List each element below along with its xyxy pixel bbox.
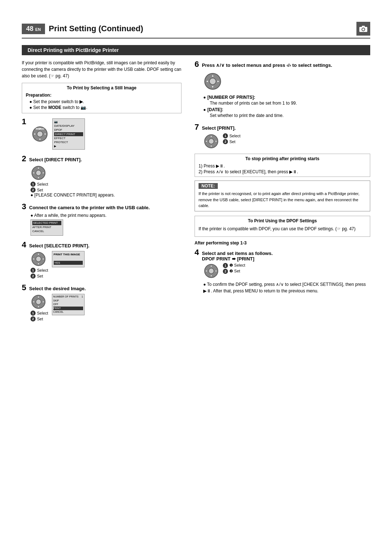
note-box: NOTE: If the printer is not recognised, … xyxy=(195,181,370,211)
page-title: Print Setting (Continued) xyxy=(49,24,143,33)
step-6-label: Press ∧/∨ to select menus and press ‹/› … xyxy=(202,62,332,68)
step-5-select-set: 1 Select 2 Set xyxy=(30,294,48,321)
prep-item-2: ● Set the MODE switch to 📷. xyxy=(29,105,177,110)
page-number: 48 EN xyxy=(22,24,45,34)
note-title: NOTE: xyxy=(199,183,218,189)
dpof-title: To Print Using the DPOF Settings xyxy=(199,218,366,223)
screen-step-1: 📷 DATE/DISPLAY DPOF DIRECT PRINT EFFECT … xyxy=(52,118,85,150)
svg-point-5 xyxy=(37,131,43,137)
step-4-dpof-number: 4 xyxy=(195,248,199,257)
step-2-select-set: 1 Select 2 Set xyxy=(30,165,48,193)
step-2-label: Select [DIRECT PRINT]. xyxy=(29,157,82,162)
nav-dial-2 xyxy=(30,165,46,181)
step-4-number: 4 xyxy=(22,240,26,250)
step-7-label: Select [PRINT]. xyxy=(202,125,236,131)
step-3: 3 Connect the camera to the printer with… xyxy=(22,202,181,236)
subsection-title: To Print by Selecting a Still Image xyxy=(26,85,177,90)
nav-dial-4 xyxy=(30,251,46,267)
step-6-number: 6 xyxy=(195,60,199,69)
stop-printing-step1: 1) Press ▶⏸. xyxy=(199,163,366,169)
step-4-dpof-select-set: 1 ❶ Select 2 ❷ Set xyxy=(223,263,245,274)
stop-printing-step2: 2) Press ∧/∨ to select [EXECUTE], then p… xyxy=(199,169,366,174)
step-6: 6 Press ∧/∨ to select menus and press ‹/… xyxy=(195,60,370,118)
nav-dial-4dpof xyxy=(203,263,219,279)
svg-point-12 xyxy=(36,170,41,176)
page-header: 48 EN Print Setting (Continued) xyxy=(22,22,370,39)
step-4-set: 2 Set xyxy=(30,274,48,279)
svg-point-2 xyxy=(362,28,364,31)
section-heading: Direct Printing with PictBridge Printer xyxy=(22,45,370,55)
stop-printing-title: To stop printing after printing starts xyxy=(199,156,366,161)
intro-text: If your printer is compatible with PictB… xyxy=(22,60,181,79)
dpof-intro: If the printer is compatible with DPOF, … xyxy=(199,226,366,232)
note-text: If the printer is not recognised, or to … xyxy=(199,191,366,209)
step-4-dpof-label: Select and set items as follows. xyxy=(202,251,273,256)
step-4: 4 Select [SELECTED PRINT]. xyxy=(22,240,181,279)
step-7: 7 Select [PRINT]. xyxy=(195,122,370,149)
step-4-dpof-select: ❶ Select xyxy=(229,263,245,268)
step-3-bullet: ● After a while, the print menu appears. xyxy=(30,213,181,218)
step-6-number-prints-title: [NUMBER OF PRINTS]: xyxy=(203,95,370,100)
step-7-select-set: 1 Select 2 Set xyxy=(223,133,241,144)
svg-point-42 xyxy=(209,268,214,274)
step-2-bullet: ● [PLEASE CONNECT PRINTER] appears. xyxy=(30,193,181,198)
stop-printing-section: To stop printing after printing starts 1… xyxy=(195,154,370,177)
step-4-select-set: 1 Select 2 Set xyxy=(30,251,48,279)
step-4-dpof-print: DPOF PRINT ➨ [PRINT] xyxy=(202,256,254,262)
after-step-label: After performing step 1-3 xyxy=(195,240,370,246)
nav-dial-6 xyxy=(203,72,222,91)
step-5-select: 1 Select xyxy=(30,311,48,316)
svg-point-36 xyxy=(209,139,214,144)
step-7-set: Set xyxy=(229,139,236,144)
step-5-set: 2 Set xyxy=(30,316,48,321)
step-2-number: 2 xyxy=(22,154,26,163)
step-5-label: Select the desired Image. xyxy=(29,286,86,291)
svg-point-30 xyxy=(209,78,216,85)
step-1-number: 1 xyxy=(22,117,26,126)
prep-label: Preparation: xyxy=(26,93,177,98)
step-7-select: Select xyxy=(229,134,241,138)
svg-rect-3 xyxy=(362,26,365,27)
step-4-dpof-set: ❷ Set xyxy=(229,269,240,274)
screen-step-4: PRINT THIS IMAGE YES xyxy=(52,251,85,267)
step-2-set: 2 Set xyxy=(30,187,48,193)
nav-dial-7 xyxy=(203,133,219,149)
nav-dial-5 xyxy=(30,294,46,310)
step-6-number-prints-text: The number of prints can be set from 1 t… xyxy=(210,101,370,106)
step-6-date-text: Set whether to print the date and time. xyxy=(210,113,370,118)
step-2: 2 Select [DIRECT PRINT]. xyxy=(22,154,181,198)
svg-point-18 xyxy=(36,256,41,262)
screen-step-3: SELECTED PRINT AFTER PRINT CANCEL xyxy=(30,219,63,236)
svg-point-24 xyxy=(36,299,41,305)
step-5-number: 5 xyxy=(22,283,26,292)
camera-icon xyxy=(356,22,370,36)
step-5: 5 Select the desired Image. xyxy=(22,283,181,321)
step-2-select: 1 Select xyxy=(30,182,48,187)
dpof-section: To Print Using the DPOF Settings If the … xyxy=(195,216,370,237)
step-1: 1 MENU xyxy=(22,117,181,150)
step-3-number: 3 xyxy=(22,202,26,211)
subsection-print-still: To Print by Selecting a Still Image Prep… xyxy=(22,83,181,113)
step-6-date-title: [DATE]: xyxy=(203,107,370,112)
step-4-label: Select [SELECTED PRINT]. xyxy=(29,243,89,248)
step-4-dpof: 4 Select and set items as follows. DPOF … xyxy=(195,248,370,294)
screen-step-5: NUMBER OF PRINTS1 SKIP OFF PRINT CANCEL xyxy=(52,294,85,315)
step-3-label: Connect the camera to the printer with t… xyxy=(29,205,150,210)
nav-dial-1: MENU xyxy=(31,125,49,143)
dpof-bullet: ● To confirm the DPOF setting, press ∧/∨… xyxy=(203,281,370,294)
step-7-number: 7 xyxy=(195,122,199,132)
prep-item-1: ● Set the power switch to ▶. xyxy=(29,99,177,104)
step-4-select: 1 Select xyxy=(30,268,48,273)
